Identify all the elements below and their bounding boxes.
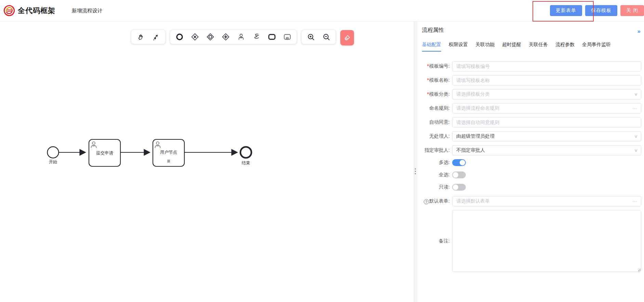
naming-rule-picker[interactable]: 请选择流程命名规则 ⋯: [452, 103, 641, 113]
field-label: 无处理人:: [422, 133, 452, 139]
field-label: 命名规则:: [422, 105, 452, 111]
diagram-canvas[interactable]: 开始 提交申请 用户节点: [0, 22, 414, 302]
tab-basic-config[interactable]: 基础配置: [422, 42, 441, 52]
panel-resize-gutter[interactable]: [414, 22, 417, 302]
collapse-panel-icon[interactable]: »: [638, 28, 641, 34]
tab-global-event-listener[interactable]: 全局事件监听: [582, 42, 611, 52]
node-label: 提交申请: [96, 151, 114, 155]
auto-agree-input[interactable]: [452, 117, 641, 127]
template-code-input[interactable]: [452, 61, 641, 71]
app-logo-icon: [3, 5, 15, 16]
close-button[interactable]: 关 闭: [620, 5, 644, 16]
node-user-task-usernode[interactable]: 用户节点 ≡: [153, 139, 184, 166]
page-title: 新增流程设计: [72, 8, 103, 14]
chevron-down-icon: ∨: [634, 92, 638, 97]
field-label: *模板编号:: [422, 63, 452, 69]
multi-select-toggle[interactable]: [452, 159, 466, 166]
help-icon[interactable]: ?: [424, 199, 429, 204]
panel-tabs: 基础配置 权限设置 关联功能 超时提醒 关联任务 流程参数 全局事件监听: [422, 42, 641, 52]
ellipsis-icon: ⋯: [632, 106, 638, 111]
tab-related-tasks[interactable]: 关联任务: [529, 42, 548, 52]
chevron-down-icon: ∨: [634, 148, 638, 153]
no-handler-select[interactable]: 由超级管理员处理 ∨: [452, 131, 641, 141]
update-form-button[interactable]: 更新表单: [550, 5, 582, 16]
chevron-down-icon: ∨: [634, 134, 638, 139]
ellipsis-icon: ⋯: [632, 198, 638, 204]
node-end-event[interactable]: 结束: [240, 147, 251, 165]
read-only-toggle[interactable]: [452, 184, 466, 191]
app-header: 全代码框架 新增流程设计 更新表单 保存模板 关 闭: [0, 0, 644, 22]
field-label: 多选:: [422, 160, 452, 166]
template-name-input[interactable]: [452, 75, 641, 85]
node-label: 结束: [242, 161, 250, 165]
field-label: 自动同意:: [422, 119, 452, 125]
flow-diagram: 开始 提交申请 用户节点: [0, 22, 414, 302]
panel-resize-handle[interactable]: [415, 168, 416, 174]
template-category-select[interactable]: 请选择模板分类 ∨: [452, 89, 641, 99]
tab-timeout-reminder[interactable]: 超时提醒: [502, 42, 521, 52]
properties-panel: 流程属性 » 基础配置 权限设置 关联功能 超时提醒 关联任务 流程参数 全局事…: [417, 22, 644, 302]
tab-process-parameters[interactable]: 流程参数: [555, 42, 575, 52]
field-label: ?默认表单:: [422, 198, 452, 205]
tab-permission-settings[interactable]: 权限设置: [449, 42, 468, 52]
remarks-textarea[interactable]: [452, 210, 641, 272]
node-label: 开始: [49, 160, 57, 164]
multi-instance-marker-icon: ≡: [167, 158, 170, 164]
field-label: *模板名称:: [422, 77, 452, 83]
field-label: *模板分类:: [422, 91, 452, 97]
app-name: 全代码框架: [18, 6, 55, 15]
field-label: 全选:: [422, 172, 452, 178]
tab-related-functions[interactable]: 关联功能: [475, 42, 495, 52]
node-label: 用户节点: [160, 150, 177, 155]
save-template-button[interactable]: 保存模板: [585, 5, 617, 16]
basic-config-form: *模板编号: *模板名称: *模板分类: 请选择模板分类 ∨ 命名规则: 请选择…: [422, 61, 641, 272]
select-all-toggle[interactable]: [452, 171, 466, 178]
panel-title: 流程属性: [422, 27, 641, 34]
node-user-task-submit[interactable]: 提交申请: [89, 139, 120, 166]
assigned-approver-select[interactable]: 不指定审批人 ∨: [452, 145, 641, 155]
field-label: 只读:: [422, 184, 452, 190]
node-start-event[interactable]: 开始: [48, 147, 59, 165]
field-label: 指定审批人:: [422, 147, 452, 153]
field-label: 备注:: [422, 238, 452, 244]
default-form-picker[interactable]: 请选择默认表单 ⋯: [452, 196, 641, 206]
